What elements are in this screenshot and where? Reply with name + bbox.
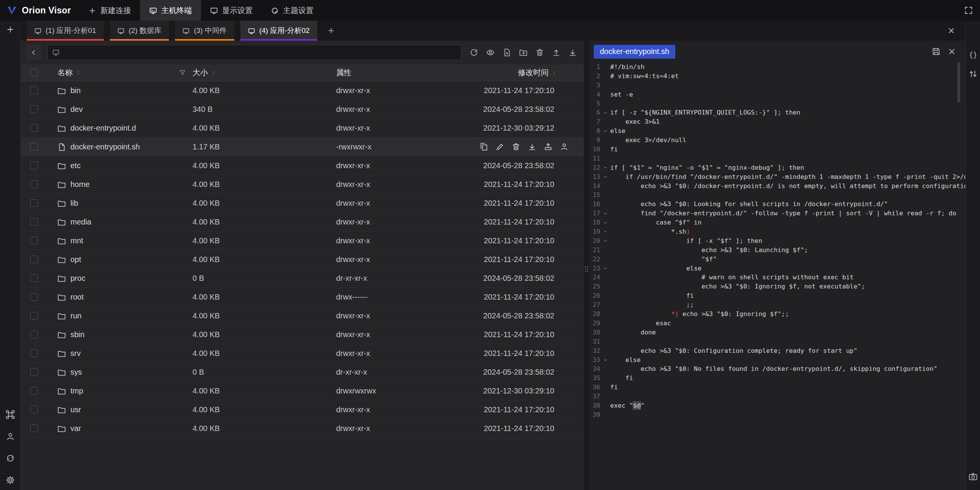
table-row[interactable]: tmp4.00 KBdrwxrwxrwx2021-12-30 03:29:10 xyxy=(21,382,584,400)
splitter-grip-icon[interactable] xyxy=(585,266,588,272)
fold-icon[interactable] xyxy=(600,356,610,365)
plus-icon[interactable] xyxy=(6,25,15,34)
file-name-cell[interactable]: docker-entrypoint.sh xyxy=(47,142,193,151)
table-row[interactable]: docker-entrypoint.d4.00 KBdrwxr-xr-x2021… xyxy=(21,119,584,138)
camera-icon[interactable] xyxy=(969,472,978,481)
table-row[interactable]: home4.00 KBdrwxr-xr-x2021-11-24 17:20:10 xyxy=(21,175,584,194)
terminal-tab-3[interactable]: (3) 中间件 xyxy=(175,21,234,41)
upload-icon[interactable] xyxy=(550,47,562,58)
row-checkbox[interactable] xyxy=(30,312,38,320)
file-name-cell[interactable]: sbin xyxy=(47,330,193,339)
fold-icon[interactable] xyxy=(600,108,610,117)
permission-icon[interactable] xyxy=(560,143,568,151)
refresh-icon[interactable] xyxy=(468,47,480,58)
file-name-cell[interactable]: dev xyxy=(47,105,193,114)
edit-icon[interactable] xyxy=(496,143,504,151)
table-row[interactable]: mnt4.00 KBdrwxr-xr-x2021-11-24 17:20:10 xyxy=(21,231,584,250)
filter-icon[interactable] xyxy=(179,69,186,76)
file-name-cell[interactable]: bin xyxy=(47,86,193,95)
sort-icon[interactable] xyxy=(211,70,216,75)
row-checkbox[interactable] xyxy=(30,331,38,338)
terminal-tab-4[interactable]: (4) 应用-分析02 xyxy=(240,21,317,41)
row-checkbox[interactable] xyxy=(30,143,38,151)
close-tabs-icon[interactable] xyxy=(947,26,956,35)
fold-icon[interactable] xyxy=(600,218,610,227)
editor-file-badge[interactable]: docker-entrypoint.sh xyxy=(594,45,675,59)
file-name-cell[interactable]: opt xyxy=(47,255,193,264)
panel-splitter[interactable] xyxy=(584,41,589,490)
file-name-cell[interactable]: home xyxy=(47,180,193,189)
table-row[interactable]: media4.00 KBdrwxr-xr-x2021-11-24 17:20:1… xyxy=(21,213,584,231)
table-row[interactable]: var4.00 KBdrwxr-xr-x2021-11-24 17:20:10 xyxy=(21,419,584,438)
row-checkbox[interactable] xyxy=(30,124,38,132)
delete-icon[interactable] xyxy=(512,143,520,151)
fullscreen-icon[interactable] xyxy=(964,6,973,15)
new-file-icon[interactable] xyxy=(501,47,513,58)
terminal-tab-2[interactable]: (2) 数据库 xyxy=(110,21,169,41)
sort-icon[interactable] xyxy=(552,70,557,75)
table-row[interactable]: etc4.00 KBdrwxr-xr-x2024-05-28 23:58:02 xyxy=(21,156,584,175)
row-checkbox[interactable] xyxy=(30,199,38,207)
file-name-cell[interactable]: srv xyxy=(47,349,193,358)
nav-item-host-terminal[interactable]: 主机终端 xyxy=(140,0,201,21)
table-row[interactable]: proc0 Bdr-xr-xr-x2024-05-28 23:58:02 xyxy=(21,269,584,288)
table-row[interactable]: bin4.00 KBdrwxr-xr-x2021-11-24 17:20:10 xyxy=(21,81,584,100)
settings-icon[interactable] xyxy=(6,475,15,485)
row-checkbox[interactable] xyxy=(30,349,38,357)
row-checkbox[interactable] xyxy=(30,387,38,395)
row-checkbox[interactable] xyxy=(30,368,38,376)
file-name-cell[interactable]: var xyxy=(47,424,193,433)
fold-icon[interactable] xyxy=(600,172,610,182)
table-row[interactable]: dev340 Bdrwxr-xr-x2024-05-28 23:58:02 xyxy=(21,100,584,119)
sort-icon[interactable] xyxy=(76,70,81,75)
file-name-cell[interactable]: usr xyxy=(47,405,193,414)
sync-icon[interactable] xyxy=(6,454,15,463)
file-name-cell[interactable]: media xyxy=(47,217,193,226)
editor-close-icon[interactable] xyxy=(947,47,956,56)
command-icon[interactable] xyxy=(6,410,15,419)
table-row[interactable]: docker-entrypoint.sh1.17 KB-rwxrwxr-x xyxy=(21,138,584,156)
row-checkbox[interactable] xyxy=(30,293,38,301)
row-checkbox[interactable] xyxy=(30,162,38,169)
file-name-cell[interactable]: run xyxy=(47,311,193,320)
swap-icon[interactable] xyxy=(969,69,978,79)
file-name-cell[interactable]: sys xyxy=(47,367,193,377)
table-row[interactable]: sbin4.00 KBdrwxr-xr-x2021-11-24 17:20:10 xyxy=(21,325,584,344)
new-tab-button[interactable] xyxy=(327,27,335,34)
editor-scrollbar[interactable] xyxy=(957,62,960,103)
file-name-cell[interactable]: lib xyxy=(47,198,193,208)
row-checkbox[interactable] xyxy=(30,218,38,226)
row-checkbox[interactable] xyxy=(30,237,38,244)
braces-icon[interactable] xyxy=(969,51,978,60)
row-checkbox[interactable] xyxy=(30,87,38,94)
select-all-checkbox[interactable] xyxy=(30,69,38,77)
file-name-cell[interactable]: etc xyxy=(47,161,193,170)
fold-icon[interactable] xyxy=(600,227,610,236)
path-input[interactable] xyxy=(63,48,457,57)
table-row[interactable]: sys0 Bdr-xr-xr-x2024-05-28 23:58:02 xyxy=(21,363,584,382)
save-icon[interactable] xyxy=(932,47,941,56)
delete-icon[interactable] xyxy=(534,47,546,58)
fold-icon[interactable] xyxy=(600,209,610,218)
preview-icon[interactable] xyxy=(485,47,496,58)
back-button[interactable] xyxy=(26,45,41,60)
download-icon[interactable] xyxy=(528,143,536,151)
table-row[interactable]: run4.00 KBdrwxr-xr-x2024-05-28 23:58:02 xyxy=(21,306,584,325)
row-checkbox[interactable] xyxy=(30,256,38,263)
file-name-cell[interactable]: root xyxy=(47,292,193,302)
row-checkbox[interactable] xyxy=(30,180,38,188)
fold-icon[interactable] xyxy=(600,163,610,172)
row-checkbox[interactable] xyxy=(30,424,38,432)
file-name-cell[interactable]: docker-entrypoint.d xyxy=(47,123,193,133)
table-row[interactable]: opt4.00 KBdrwxr-xr-x2021-11-24 17:20:10 xyxy=(21,250,584,269)
fold-icon[interactable] xyxy=(600,236,610,246)
fold-icon[interactable] xyxy=(600,126,610,136)
copy-icon[interactable] xyxy=(480,143,488,151)
table-row[interactable]: lib4.00 KBdrwxr-xr-x2021-11-24 17:20:10 xyxy=(21,194,584,213)
row-checkbox[interactable] xyxy=(30,105,38,113)
user-icon[interactable] xyxy=(6,432,15,441)
table-row[interactable]: srv4.00 KBdrwxr-xr-x2021-11-24 17:20:10 xyxy=(21,344,584,363)
fold-icon[interactable] xyxy=(600,264,610,273)
row-checkbox[interactable] xyxy=(30,274,38,282)
nav-item-new-connection[interactable]: 新建连接 xyxy=(79,0,140,21)
